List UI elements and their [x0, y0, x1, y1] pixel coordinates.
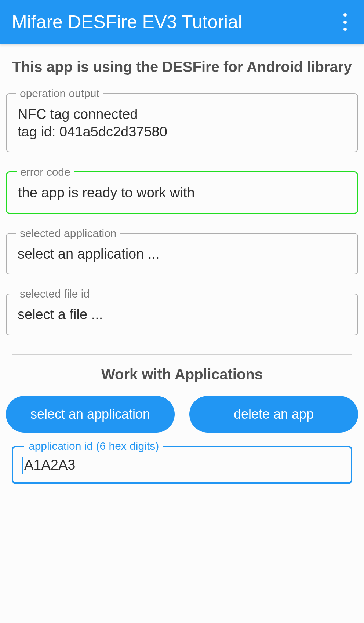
application-id-field[interactable]: application id (6 hex digits) A1A2A3	[12, 446, 352, 484]
text-cursor	[22, 457, 23, 474]
error-code-value: the app is ready to work with	[18, 184, 346, 202]
operation-output-label: operation output	[16, 87, 103, 100]
overflow-menu-icon[interactable]	[338, 11, 352, 33]
app-title: Mifare DESFire EV3 Tutorial	[12, 11, 242, 33]
content-area: This app is using the DESFire for Androi…	[0, 44, 364, 484]
delete-app-button[interactable]: delete an app	[189, 396, 358, 433]
button-row: select an application delete an app	[6, 396, 358, 446]
divider	[12, 354, 352, 355]
selected-application-label: selected application	[16, 227, 120, 240]
page-subtitle: This app is using the DESFire for Androi…	[6, 57, 358, 76]
operation-output-field: operation output NFC tag connected tag i…	[6, 93, 358, 152]
selected-file-id-field[interactable]: selected file id select a file ...	[6, 294, 358, 335]
selected-file-id-value: select a file ...	[18, 306, 346, 324]
select-application-button[interactable]: select an application	[6, 396, 175, 433]
section-title: Work with Applications	[6, 366, 358, 383]
selected-application-field[interactable]: selected application select an applicati…	[6, 233, 358, 275]
error-code-label: error code	[17, 166, 74, 178]
selected-application-value: select an application ...	[18, 245, 346, 263]
application-id-input[interactable]: A1A2A3	[24, 457, 342, 473]
selected-file-id-label: selected file id	[16, 288, 93, 300]
app-bar: Mifare DESFire EV3 Tutorial	[0, 0, 364, 44]
application-id-label: application id (6 hex digits)	[24, 440, 163, 452]
operation-output-value: NFC tag connected tag id: 041a5dc2d37580	[18, 106, 346, 141]
error-code-field: error code the app is ready to work with	[6, 171, 358, 214]
